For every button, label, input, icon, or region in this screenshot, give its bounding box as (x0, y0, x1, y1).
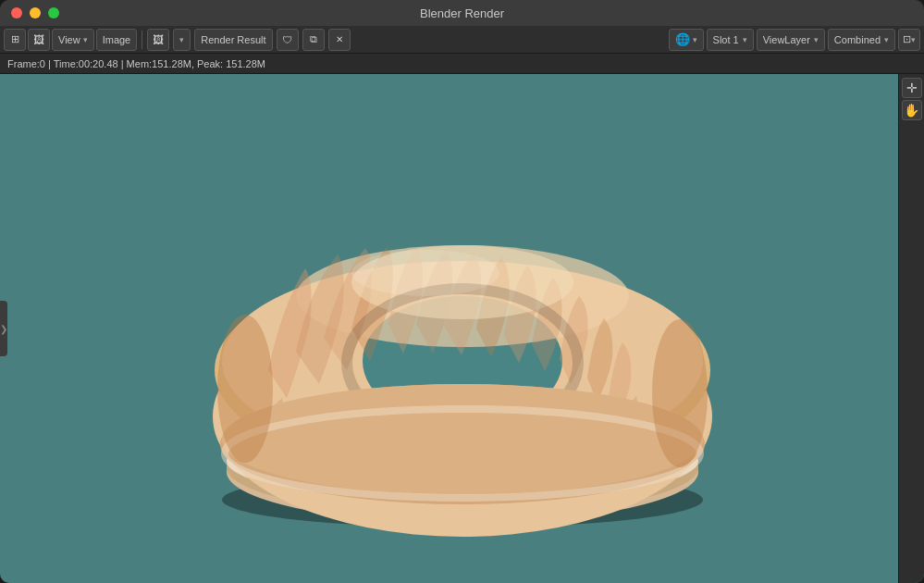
svg-point-15 (222, 384, 703, 495)
normals-icon: ⊡ (903, 33, 911, 45)
blender-window: Blender Render ⊞ 🖼 View ▾ Image 🖼 ▾ R (0, 0, 924, 583)
maximize-button[interactable] (48, 7, 59, 19)
view-menu-label: View (58, 34, 80, 45)
slot-dropdown[interactable]: Slot 1 ▾ (707, 29, 754, 51)
view-chevron-icon: ▾ (83, 35, 88, 44)
render-result-input-btn[interactable]: Render Result (194, 29, 272, 51)
shield-icon: 🛡 (282, 34, 292, 45)
close-button[interactable] (11, 7, 22, 19)
svg-point-19 (351, 250, 499, 296)
copy-icon-button[interactable]: ⧉ (302, 29, 325, 51)
render-result-dropdown[interactable]: ▾ (173, 29, 191, 51)
image-menu-button[interactable]: Image (96, 29, 138, 51)
image-editor-icon-button[interactable]: 🖼 (28, 29, 50, 51)
status-text: Frame:0 | Time:00:20.48 | Mem:151.28M, P… (7, 58, 265, 69)
side-panel-toggle[interactable]: ❯ (0, 301, 7, 356)
close-render-button[interactable]: ✕ (328, 29, 351, 51)
svg-point-17 (217, 315, 273, 463)
shield-icon-button[interactable]: 🛡 (277, 29, 299, 51)
donut-container (0, 74, 924, 583)
minimize-button[interactable] (30, 7, 41, 19)
view-menu-button[interactable]: View ▾ (52, 29, 94, 51)
globe-chevron-icon: ▾ (693, 35, 697, 44)
globe-icon: 🌐 (675, 32, 690, 46)
combined-chevron-icon: ▾ (884, 35, 889, 44)
svg-point-18 (652, 319, 708, 467)
normals-button[interactable]: ⊡ ▾ (898, 29, 920, 51)
image-menu-label: Image (103, 34, 131, 45)
zoom-fit-button[interactable]: ✛ (902, 78, 922, 98)
main-toolbar: ⊞ 🖼 View ▾ Image 🖼 ▾ Render Result 🛡 (0, 26, 924, 54)
editor-type-icon: ⊞ (11, 33, 19, 45)
viewlayer-chevron-icon: ▾ (814, 35, 819, 44)
globe-dropdown-button[interactable]: 🌐 ▾ (669, 29, 704, 51)
title-bar: Blender Render (0, 0, 924, 26)
status-bar: Frame:0 | Time:00:20.48 | Mem:151.28M, P… (0, 54, 924, 74)
image-editor-icon: 🖼 (33, 33, 44, 46)
close-render-icon: ✕ (336, 34, 343, 44)
copy-icon: ⧉ (310, 33, 317, 45)
pan-button[interactable]: ✋ (902, 100, 922, 120)
combined-label: Combined (834, 34, 881, 45)
right-tools-panel: ✛ ✋ (898, 74, 924, 583)
donut-render (102, 102, 823, 555)
editor-type-button[interactable]: ⊞ (4, 29, 26, 51)
viewlayer-dropdown[interactable]: ViewLayer ▾ (757, 29, 825, 51)
window-title: Blender Render (420, 6, 504, 20)
render-result-label: Render Result (201, 34, 265, 45)
render-thumbnail-button[interactable]: 🖼 (147, 29, 169, 51)
zoom-fit-icon: ✛ (906, 81, 918, 95)
render-result-chevron-icon: ▾ (179, 35, 184, 44)
traffic-lights (11, 7, 59, 19)
side-tab-chevron-icon: ❯ (0, 324, 7, 334)
separator-1 (142, 31, 142, 49)
render-area: ❯ ✛ ✋ (0, 74, 924, 583)
normals-chevron-icon: ▾ (911, 35, 916, 44)
render-thumbnail-icon: 🖼 (153, 33, 164, 46)
slot-chevron-icon: ▾ (743, 35, 747, 44)
viewlayer-label: ViewLayer (763, 34, 810, 45)
slot-label: Slot 1 (713, 34, 739, 45)
render-result-bar: 🖼 ▾ Render Result 🛡 ⧉ ✕ (147, 29, 350, 51)
right-toolbar: 🌐 ▾ Slot 1 ▾ ViewLayer ▾ Combined ▾ ⊡ ▾ (669, 29, 920, 51)
pan-icon: ✋ (904, 103, 919, 118)
combined-dropdown[interactable]: Combined ▾ (828, 29, 895, 51)
